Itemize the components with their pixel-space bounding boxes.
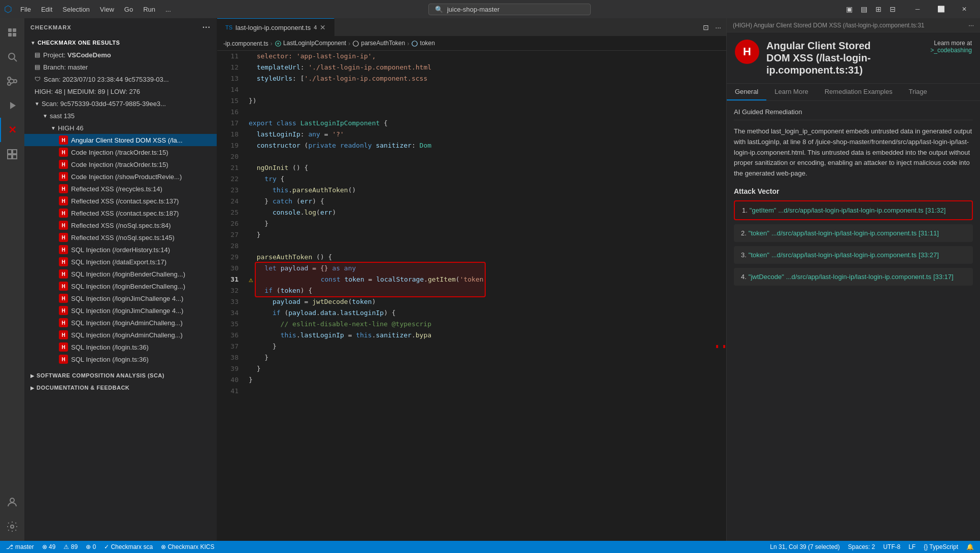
vuln-item-6[interactable]: H Reflected XSS (/contact.spec.ts:137) bbox=[24, 195, 217, 207]
split-editor-icon[interactable]: ⊡ bbox=[702, 22, 710, 32]
vuln-item-16[interactable]: H SQL Injection (/loginAdminChalleng...) bbox=[24, 317, 217, 329]
sidebar-more-icon[interactable]: ··· bbox=[202, 23, 211, 32]
code-line-15: }) bbox=[249, 95, 712, 107]
sidebar-layout-icon[interactable]: ▤ bbox=[859, 4, 869, 14]
activity-extensions[interactable] bbox=[0, 142, 24, 166]
menu-file[interactable]: File bbox=[16, 5, 35, 14]
activity-checkmarx[interactable]: ✕ bbox=[0, 118, 24, 142]
editor-tab-active[interactable]: TS last-login-ip.component.ts 4 ✕ bbox=[217, 18, 334, 37]
panel-layout-icon[interactable]: ▣ bbox=[844, 4, 855, 14]
close-button[interactable]: ✕ bbox=[953, 0, 976, 18]
tab-general[interactable]: General bbox=[727, 84, 766, 100]
menu-run[interactable]: Run bbox=[139, 5, 159, 14]
tab-actions: ⊡ ··· bbox=[702, 22, 726, 32]
breadcrumb-method[interactable]: parseAuthToken bbox=[352, 40, 405, 47]
scan-id-row[interactable]: ▼ Scan: 9c575339-03dd-4577-9885-39ee3... bbox=[24, 97, 217, 110]
vuln-item-9[interactable]: H Reflected XSS (/noSql.spec.ts:145) bbox=[24, 231, 217, 244]
vuln-item-5[interactable]: H Reflected XSS (/recycles.ts:14) bbox=[24, 183, 217, 195]
breadcrumb: -ip.component.ts › LastLoginIpComponent … bbox=[217, 37, 726, 51]
minimize-button[interactable]: ─ bbox=[906, 0, 929, 18]
activity-account[interactable] bbox=[0, 490, 24, 514]
vuln-item-2[interactable]: H Code Injection (/trackOrder.ts:15) bbox=[24, 146, 217, 158]
tab-remediation[interactable]: Remediation Examples bbox=[817, 84, 901, 100]
typescript-icon: TS bbox=[225, 24, 232, 30]
sca-header[interactable]: ▶ SOFTWARE COMPOSITION ANALYSIS (SCA) bbox=[24, 369, 217, 382]
scan-row: 🛡 Scan: 2023/07/10 23:38:44 9c575339-03.… bbox=[24, 73, 217, 85]
menu-more[interactable]: ... bbox=[161, 5, 175, 14]
vuln-item-18[interactable]: H SQL Injection (/login.ts:36) bbox=[24, 341, 217, 353]
minimap bbox=[712, 51, 719, 541]
menu-selection[interactable]: Selection bbox=[58, 5, 93, 14]
detail-tabs: General Learn More Remediation Examples … bbox=[727, 84, 980, 101]
vuln-item-15[interactable]: H SQL Injection (/loginJimChallenge 4...… bbox=[24, 304, 217, 317]
status-language[interactable]: {} TypeScript bbox=[924, 543, 958, 550]
vuln-item-13[interactable]: H SQL Injection (/loginBenderChalleng...… bbox=[24, 280, 217, 292]
tab-triage[interactable]: Triage bbox=[900, 84, 935, 100]
vuln-item-7[interactable]: H Reflected XSS (/contact.spec.ts:187) bbox=[24, 207, 217, 219]
editor-more-icon[interactable]: ··· bbox=[714, 22, 722, 32]
activity-settings[interactable] bbox=[0, 514, 24, 539]
status-spaces[interactable]: Spaces: 2 bbox=[848, 543, 875, 550]
activity-run-debug[interactable] bbox=[0, 93, 24, 118]
menu-go[interactable]: Go bbox=[120, 5, 137, 14]
split-layout-icon[interactable]: ⊞ bbox=[873, 4, 884, 14]
severity-high-icon: H bbox=[59, 160, 68, 169]
vuln-item-14[interactable]: H SQL Injection (/loginJimChallenge 4...… bbox=[24, 292, 217, 304]
severity-high-icon: H bbox=[59, 221, 68, 230]
vuln-item-3[interactable]: H Code Injection (/trackOrder.ts:15) bbox=[24, 158, 217, 170]
breadcrumb-file[interactable]: -ip.component.ts bbox=[223, 40, 268, 47]
tab-learn-more[interactable]: Learn More bbox=[766, 84, 816, 100]
attack-vector-item-2[interactable]: 2. "token" ...d/src/app/last-login-ip/la… bbox=[734, 224, 973, 242]
vuln-item-11[interactable]: H SQL Injection (/dataExport.ts:17) bbox=[24, 256, 217, 268]
menu-view[interactable]: View bbox=[96, 5, 118, 14]
vuln-item-17[interactable]: H SQL Injection (/loginAdminChalleng...) bbox=[24, 329, 217, 341]
status-warnings[interactable]: ⚠ 89 bbox=[63, 543, 78, 550]
status-checkmarx-kics[interactable]: ⊗ Checkmarx KICS bbox=[161, 543, 214, 550]
vuln-item-4[interactable]: H Code Injection (/showProductRevie...) bbox=[24, 170, 217, 183]
code-line-16 bbox=[249, 107, 712, 118]
menu-edit[interactable]: Edit bbox=[37, 5, 56, 14]
vuln-item-1[interactable]: H Angular Client Stored DOM XSS (/la... bbox=[24, 134, 217, 146]
status-checkmarx-sca[interactable]: ✓ Checkmarx sca bbox=[104, 543, 153, 550]
status-branch[interactable]: ⎇ master bbox=[6, 543, 34, 550]
status-info[interactable]: ⊕ 0 bbox=[86, 543, 96, 550]
activity-source-control[interactable] bbox=[0, 69, 24, 93]
status-notifications[interactable]: 🔔 bbox=[966, 543, 974, 550]
svg-rect-11 bbox=[8, 155, 12, 159]
maximize-button[interactable]: ⬜ bbox=[929, 0, 953, 18]
attack-vector-item-4[interactable]: 4. "jwtDecode" ...d/src/app/last-login-i… bbox=[734, 268, 973, 286]
sast-row[interactable]: ▼ sast 135 bbox=[24, 110, 217, 122]
code-editor[interactable]: selector: 'app-last-login-ip', templateU… bbox=[243, 51, 712, 541]
results-header[interactable]: ▼ CHECKMARX ONE RESULTS bbox=[24, 37, 217, 49]
vuln-item-12[interactable]: H SQL Injection (/loginBenderChalleng...… bbox=[24, 268, 217, 280]
activity-bar: ✕ bbox=[0, 18, 24, 541]
ai-guided-row[interactable]: AI Guided Remediation bbox=[734, 108, 973, 120]
codebashing-link[interactable]: >_codebashing bbox=[930, 47, 972, 54]
severity-high-icon: H bbox=[59, 342, 68, 352]
status-encoding[interactable]: UTF-8 bbox=[883, 543, 900, 550]
breadcrumb-token[interactable]: token bbox=[411, 40, 435, 47]
tab-close-icon[interactable]: ✕ bbox=[320, 23, 326, 31]
status-line-ending[interactable]: LF bbox=[908, 543, 916, 550]
status-cursor-position[interactable]: Ln 31, Col 39 (7 selected) bbox=[770, 543, 839, 550]
breadcrumb-class[interactable]: LastLoginIpComponent bbox=[275, 40, 346, 47]
search-area: 🔍 juice-shop-master bbox=[179, 4, 840, 15]
main-layout: ✕ CHECKMARX ··· ▼ CHECKMARX ONE RESULTS bbox=[0, 18, 980, 541]
global-search-box[interactable]: 🔍 juice-shop-master bbox=[428, 4, 591, 15]
attack-vector-item-1[interactable]: 1. "getItem" ...d/src/app/last-login-ip/… bbox=[734, 200, 973, 220]
vuln-item-19[interactable]: H SQL Injection (/login.ts:36) bbox=[24, 353, 217, 365]
status-errors[interactable]: ⊗ 49 bbox=[42, 543, 56, 550]
activity-explorer[interactable] bbox=[0, 20, 24, 45]
severity-high-icon: H bbox=[59, 330, 68, 339]
severity-high-icon: H bbox=[59, 269, 68, 279]
vuln-item-8[interactable]: H Reflected XSS (/noSql.spec.ts:84) bbox=[24, 219, 217, 231]
grid-layout-icon[interactable]: ⊟ bbox=[888, 4, 898, 14]
activity-search[interactable] bbox=[0, 45, 24, 69]
high-group[interactable]: ▼ HIGH 46 bbox=[24, 122, 217, 134]
detail-panel-more-icon[interactable]: ··· bbox=[968, 21, 974, 29]
docs-header[interactable]: ▶ DOCUMENTATION & FEEDBACK bbox=[24, 382, 217, 394]
attack-vector-item-3[interactable]: 3. "token" ...d/src/app/last-login-ip/la… bbox=[734, 246, 973, 264]
scrollbar[interactable] bbox=[719, 51, 726, 541]
status-right: Ln 31, Col 39 (7 selected) Spaces: 2 UTF… bbox=[770, 543, 974, 550]
vuln-item-10[interactable]: H SQL Injection (/orderHistory.ts:14) bbox=[24, 244, 217, 256]
